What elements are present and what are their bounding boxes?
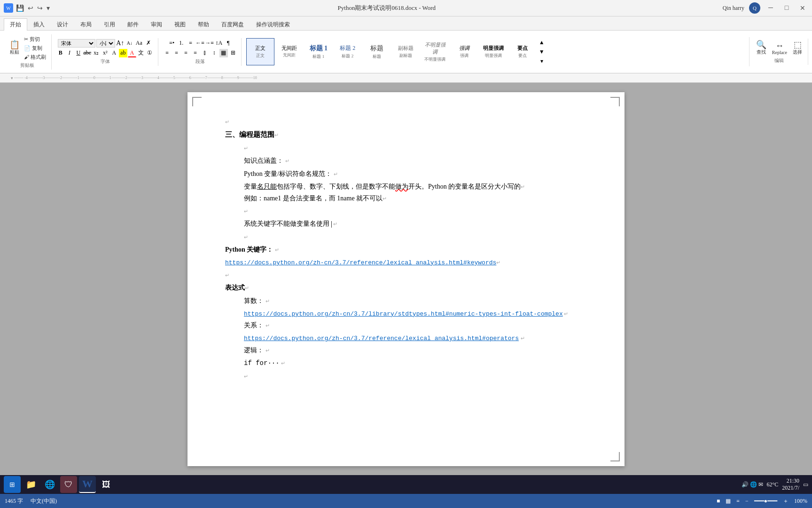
quick-save-btn[interactable]: 💾 — [15, 3, 25, 13]
zoom-in-btn[interactable]: ＋ — [783, 497, 789, 505]
statusbar-left: 1465 字 中文(中国) — [5, 497, 57, 505]
font-color-button[interactable]: A — [128, 49, 136, 57]
style-emphasis[interactable]: 强调 强调 — [450, 38, 478, 65]
show-desktop[interactable]: ▭ — [803, 481, 808, 488]
quick-undo-btn[interactable]: ↩ — [27, 3, 34, 13]
show-marks-button[interactable]: ¶ — [224, 39, 233, 48]
taskbar-word[interactable]: W — [79, 476, 96, 493]
tab-help[interactable]: 帮助 — [192, 18, 215, 31]
multilevel-button[interactable]: ≡ — [187, 39, 195, 48]
style-normal[interactable]: 正文 正文 — [246, 38, 274, 65]
subscript-button[interactable]: x₂ — [92, 49, 101, 57]
restore-button[interactable]: □ — [781, 2, 792, 14]
bold-button[interactable]: B — [56, 49, 65, 57]
line-spacing-button[interactable]: ↕ — [210, 49, 219, 57]
phonetic-button[interactable]: 文 — [137, 49, 145, 57]
enclose-button[interactable]: ① — [146, 49, 154, 57]
tab-home[interactable]: 开始 — [4, 18, 27, 31]
align-center-button[interactable]: ≡ — [172, 49, 181, 57]
styles-scroll-down[interactable]: ▼ — [538, 48, 546, 56]
expression-heading: 表达式 — [225, 284, 245, 291]
align-left-button[interactable]: ≡ — [163, 49, 172, 57]
decrease-indent-button[interactable]: ←≡ — [196, 39, 204, 48]
style-no-spacing[interactable]: 无间距 无间距 — [275, 38, 304, 65]
knowledge-line: 知识点涵盖： ↵ — [244, 155, 587, 167]
print-layout-btn[interactable]: ■ — [717, 498, 720, 505]
clear-format-button[interactable]: ✗ — [144, 39, 153, 48]
styles-expand[interactable]: ▾ — [538, 57, 546, 65]
minimize-button[interactable]: ─ — [765, 2, 776, 14]
columns-button[interactable]: ⫿ — [201, 49, 209, 57]
paste-button[interactable]: 📋 粘贴 — [8, 40, 22, 56]
taskbar-file-manager[interactable]: 📁 — [23, 476, 39, 493]
keyword-rule-line: 系统关键字不能做变量名使用 ↵ — [244, 218, 587, 230]
web-layout-btn[interactable]: ▦ — [726, 498, 731, 505]
cut-button[interactable]: ✂ 剪切 — [23, 35, 47, 43]
document-page[interactable]: ↵ 三、编程题范围↵ ↵ 知识点涵盖： ↵ Python 变量/标识符命名规范：… — [187, 92, 625, 466]
read-mode-btn[interactable]: ≡ — [736, 498, 740, 505]
numbering-button[interactable]: 1. — [177, 39, 186, 48]
taskbar-browser[interactable]: 🌐 — [41, 476, 58, 493]
shading-button[interactable]: ▦ — [219, 49, 228, 57]
style-heading2[interactable]: 标题 2 标题 2 — [334, 38, 362, 65]
tab-insert[interactable]: 插入 — [27, 18, 51, 31]
zoom-slider[interactable]: ━━━●━━━ — [754, 498, 777, 505]
quick-redo-btn[interactable]: ↪ — [36, 3, 44, 13]
format-painter-button[interactable]: 🖌 格式刷 — [23, 53, 47, 61]
zoom-out-btn[interactable]: − — [745, 498, 749, 505]
time: 21:30 — [782, 477, 799, 484]
close-button[interactable]: ✕ — [797, 2, 808, 14]
expression-heading-line: 表达式↵ — [225, 282, 587, 294]
styles-scroll-up[interactable]: ▲ — [538, 38, 546, 47]
select-button[interactable]: ⬚ 选择 — [791, 40, 804, 56]
arithmetic-url-link[interactable]: https://docs.python.org/zh-cn/3.7/librar… — [244, 310, 563, 318]
font-shrink-button[interactable]: A↓ — [125, 39, 134, 48]
relation-url-link[interactable]: https://docs.python.org/zh-cn/3.7/refere… — [244, 335, 519, 342]
strikethrough-button[interactable]: abc — [83, 49, 92, 57]
user-avatar[interactable]: Q — [749, 2, 760, 14]
italic-button[interactable]: I — [65, 49, 74, 57]
tab-mail[interactable]: 邮件 — [121, 18, 145, 31]
tab-design[interactable]: 设计 — [51, 18, 74, 31]
change-case-button[interactable]: Aa — [135, 39, 143, 48]
sort-button[interactable]: ↕A — [215, 39, 223, 48]
style-subtitle[interactable]: 副标题 副标题 — [392, 38, 420, 65]
font-size-select[interactable]: 小四 — [96, 39, 115, 48]
tab-search[interactable]: 操作说明搜索 — [250, 18, 296, 31]
copy-button[interactable]: 📄 复制 — [23, 44, 47, 52]
start-button[interactable]: ⊞ — [4, 476, 21, 493]
keywords-url-link[interactable]: https://docs.python.org/zh-cn/3.7/refere… — [225, 259, 496, 266]
font-name-select[interactable]: 宋体 — [58, 39, 95, 48]
underline-button[interactable]: U — [74, 49, 83, 57]
borders-button[interactable]: ⊞ — [229, 49, 237, 57]
word-count[interactable]: 1465 字 — [5, 497, 23, 505]
style-heading1[interactable]: 标题 1 标题 1 — [304, 38, 333, 65]
tab-baidu[interactable]: 百度网盘 — [215, 18, 250, 31]
taskbar-image-viewer[interactable]: 🖼 — [98, 476, 115, 493]
font-grow-button[interactable]: A↑ — [116, 39, 125, 48]
tab-view[interactable]: 视图 — [168, 18, 192, 31]
zoom-level[interactable]: 100% — [794, 498, 807, 505]
increase-indent-button[interactable]: →≡ — [205, 39, 214, 48]
text-highlight-button[interactable]: ab — [119, 49, 127, 57]
style-strong-emphasis[interactable]: 明显强调 明显强调 — [479, 38, 508, 65]
align-right-button[interactable]: ≡ — [182, 49, 190, 57]
document-area[interactable]: ↵ 三、编程题范围↵ ↵ 知识点涵盖： ↵ Python 变量/标识符命名规范：… — [0, 83, 812, 476]
text-effect-button[interactable]: A — [110, 49, 118, 57]
style-subtle-emphasis[interactable]: 不明显强调 不明显强调 — [421, 38, 449, 65]
ruler: ▾ -4 -3 -2 -1 0 1 2 3 4 5 6 7 8 9 10 — [0, 73, 812, 83]
tab-layout[interactable]: 布局 — [74, 18, 98, 31]
style-strong[interactable]: 要点 要点 — [508, 38, 537, 65]
taskbar-antivirus[interactable]: 🛡 — [60, 476, 77, 493]
style-title[interactable]: 标题 标题 — [363, 38, 391, 65]
language-indicator[interactable]: 中文(中国) — [31, 497, 57, 505]
replace-button[interactable]: ↔ Replace — [770, 40, 789, 56]
justify-button[interactable]: ≡ — [191, 49, 200, 57]
text-cursor[interactable] — [331, 220, 332, 227]
quick-customize-btn[interactable]: ▾ — [46, 3, 51, 13]
bullets-button[interactable]: ≡• — [168, 39, 176, 48]
tab-review[interactable]: 审阅 — [145, 18, 168, 31]
find-button[interactable]: 🔍 查找 — [754, 40, 768, 56]
tab-references[interactable]: 引用 — [98, 18, 121, 31]
superscript-button[interactable]: x² — [101, 49, 109, 57]
